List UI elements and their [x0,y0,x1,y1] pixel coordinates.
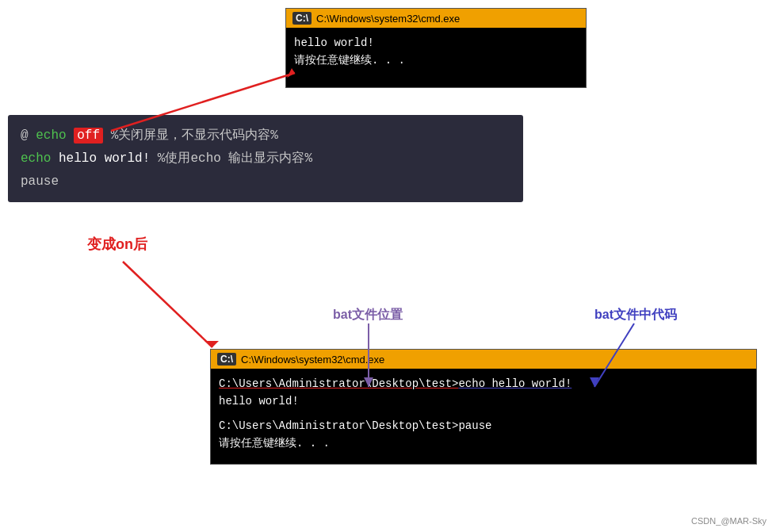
code-line-1: @ echo off %关闭屏显，不显示代码内容% [21,124,510,147]
cmd-icon-top: C:\ [292,12,312,25]
code-line-2: echo hello world! %使用echo 输出显示内容% [21,147,510,170]
cmd-title-bottom: C:\Windows\system32\cmd.exe [241,354,384,366]
cmd-line-3-bottom: C:\Users\Administrator\Desktop\test>paus… [219,417,748,434]
cmd-body-top: hello world! 请按任意键继续. . . [286,28,586,87]
pause-keyword: pause [21,174,59,189]
cmd-path-3: C:\Users\Administrator\Desktop\test> [219,419,458,432]
code-line-3: pause [21,170,510,193]
cmd-icon-bottom: C:\ [217,353,236,366]
cmd-line-2-bottom: hello world! [219,392,748,410]
watermark: CSDN_@MAR-Sky [691,516,766,526]
cmd-line-4-bottom: 请按任意键继续. . . [219,434,748,452]
cmd-window-top: C:\ C:\Windows\system32\cmd.exe hello wo… [285,8,587,88]
comment-2: %使用echo 输出显示内容% [158,151,312,166]
hello-text: hello world! [59,151,150,166]
echo-keyword-1: echo [36,128,66,143]
cmd-line-1-top: hello world! [294,34,578,52]
echo-keyword-2: echo [21,151,51,166]
cmd-window-bottom: C:\ C:\Windows\system32\cmd.exe C:\Users… [210,349,757,465]
svg-line-2 [123,262,212,347]
at-symbol: @ [21,128,29,143]
svg-marker-3 [205,341,219,347]
cmd-line-1-bottom: C:\Users\Administrator\Desktop\test>echo… [219,375,748,392]
code-editor: @ echo off %关闭屏显，不显示代码内容% echo hello wor… [8,115,523,202]
label-bat-position: bat文件位置 [333,307,403,323]
label-change-on: 变成on后 [87,235,147,254]
off-keyword: off [74,128,103,144]
cmd-title-top: C:\Windows\system32\cmd.exe [316,13,460,25]
cmd-cmd-3: pause [458,419,491,432]
label-bat-code: bat文件中代码 [594,307,677,323]
cmd-body-bottom: C:\Users\Administrator\Desktop\test>echo… [211,369,756,464]
cmd-titlebar-top: C:\ C:\Windows\system32\cmd.exe [286,9,586,28]
cmd-titlebar-bottom: C:\ C:\Windows\system32\cmd.exe [211,350,756,369]
cmd-path-1: C:\Users\Administrator\Desktop\test> [219,377,458,390]
cmd-line-2-top: 请按任意键继续. . . [294,52,578,69]
comment-1: %关闭屏显，不显示代码内容% [111,128,278,143]
cmd-cmd-1: echo hello world! [458,377,571,390]
